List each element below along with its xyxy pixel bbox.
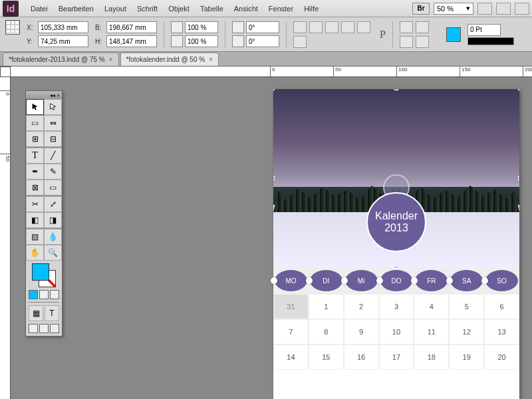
calendar-grid: 311234567891011121314151617181920 (273, 294, 519, 370)
day-fr: FR (415, 270, 448, 291)
app-logo: Id (3, 1, 19, 17)
menu-schrift[interactable]: Schrift (132, 2, 163, 15)
calendar-cell: 2 (344, 294, 379, 319)
calendar-cell: 15 (309, 344, 344, 370)
workspace-icon[interactable] (515, 3, 529, 15)
zoom-tool[interactable]: 🔍 (44, 245, 62, 261)
title-badge[interactable]: Kalender 2013 (366, 192, 426, 252)
menu-ansicht[interactable]: Ansicht (229, 2, 263, 15)
line-tool[interactable]: ╱ (44, 148, 62, 164)
rectangle-tool[interactable]: ▭ (44, 180, 62, 196)
scale-x-input[interactable] (185, 21, 218, 33)
canvas[interactable]: ◂◂ × ▭ ⇔ ⊞ ⊟ T ╱ ✒ ✎ ⊠ ▭ ✂ ⤢ ◧ ◨ (11, 77, 532, 399)
menu-layout[interactable]: Layout (99, 2, 132, 15)
fill-stroke-swatch[interactable] (32, 263, 56, 287)
selection-tool[interactable] (26, 99, 44, 115)
menu-fenster[interactable]: Fenster (263, 2, 299, 15)
menu-datei[interactable]: Datei (25, 2, 53, 15)
doc-tab-1[interactable]: *fotokalender.indd @ 50 %× (120, 53, 219, 66)
hand-tool[interactable]: ✋ (26, 245, 44, 261)
flip-h-icon[interactable] (325, 21, 338, 33)
rotate-icon (232, 21, 244, 33)
day-do: DO (380, 270, 413, 291)
view-mode-3-icon[interactable] (50, 324, 59, 333)
workspace: 0 50 100 150 200 0 50 ◂◂ × ▭ ⇔ ⊞ ⊟ T ╱ ✒… (0, 66, 532, 399)
zoom-level[interactable]: 50 %▾ (434, 3, 473, 15)
doc-tab-0[interactable]: *fotokalender-2013.indd @ 75 %× (3, 53, 119, 66)
x-input[interactable] (38, 21, 88, 33)
fill-frame-icon[interactable] (416, 36, 429, 48)
calendar-cell: 17 (379, 344, 414, 370)
gradient-swatch-tool[interactable]: ◧ (26, 212, 44, 228)
pen-tool[interactable]: ✒ (26, 164, 44, 180)
w-input[interactable] (106, 21, 157, 33)
y-label: Y: (27, 38, 36, 45)
fill-color[interactable] (32, 263, 49, 281)
calendar-cell: 9 (344, 319, 379, 344)
eyedropper-tool[interactable]: 💧 (44, 229, 62, 245)
menu-bar: Id Datei Bearbeiten Layout Schrift Objek… (0, 0, 532, 17)
select-content-icon[interactable] (293, 36, 307, 48)
rotate-input[interactable] (246, 21, 279, 33)
document-page[interactable]: Kalender 2013 MO DI Mi DO (273, 89, 519, 399)
view-mode-1-icon[interactable] (29, 324, 38, 333)
flip-v-icon[interactable] (341, 21, 354, 33)
x-label: X: (27, 24, 36, 31)
fill-swatch[interactable] (446, 27, 461, 42)
shear-icon (232, 35, 244, 47)
arrange-icon[interactable] (496, 3, 511, 15)
scissors-tool[interactable]: ✂ (26, 196, 44, 212)
normal-view-icon[interactable]: ▦ (29, 305, 43, 321)
content-placer-tool[interactable]: ⊟ (44, 131, 62, 147)
note-tool[interactable]: ▤ (26, 229, 44, 245)
rotate-ccw-icon[interactable] (309, 21, 323, 33)
select-container-icon[interactable] (357, 21, 370, 33)
fit-content-icon[interactable] (400, 21, 413, 33)
h-input[interactable] (106, 35, 157, 47)
rotate-cw-icon[interactable] (293, 21, 307, 33)
close-icon[interactable]: × (109, 56, 113, 63)
page-tool[interactable]: ▭ (26, 115, 44, 131)
photo-frame[interactable]: Kalender 2013 (273, 89, 519, 267)
menu-tabelle[interactable]: Tabelle (195, 2, 229, 15)
screen-mode-icon[interactable] (477, 3, 492, 15)
apply-gradient-icon[interactable] (39, 290, 49, 299)
center-icon[interactable] (400, 36, 413, 48)
direct-selection-tool[interactable] (44, 99, 62, 115)
type-tool[interactable]: T (26, 148, 44, 164)
fit-frame-icon[interactable] (416, 21, 429, 33)
gap-tool[interactable]: ⇔ (44, 115, 62, 131)
tools-panel: ◂◂ × ▭ ⇔ ⊞ ⊟ T ╱ ✒ ✎ ⊠ ▭ ✂ ⤢ ◧ ◨ (25, 90, 63, 336)
rectangle-frame-tool[interactable]: ⊠ (26, 180, 44, 196)
apply-none-icon[interactable] (50, 290, 59, 299)
panel-collapse-icon[interactable]: ◂◂ × (26, 91, 62, 99)
view-mode-2-icon[interactable] (39, 324, 49, 333)
weekday-header: MO DI Mi DO FR SA SO (273, 267, 519, 294)
y-input[interactable] (38, 35, 88, 47)
free-transform-tool[interactable]: ⤢ (44, 196, 62, 212)
apply-color-icon[interactable] (29, 290, 38, 299)
ruler-origin[interactable] (0, 66, 11, 77)
menu-hilfe[interactable]: Hilfe (299, 2, 324, 15)
bridge-button[interactable]: Br (412, 3, 430, 15)
calendar-cell: 20 (484, 344, 519, 370)
content-collector-tool[interactable]: ⊞ (26, 131, 44, 147)
close-icon[interactable]: × (209, 56, 213, 63)
preview-view-icon[interactable]: T (45, 305, 59, 321)
paragraph-icon[interactable]: P (380, 29, 386, 41)
stroke-weight-input[interactable] (467, 24, 501, 36)
stroke-style[interactable] (467, 37, 514, 45)
ruler-vertical[interactable]: 0 50 (0, 77, 11, 399)
calendar-cell: 5 (449, 294, 484, 319)
shear-input[interactable] (246, 35, 279, 47)
menu-objekt[interactable]: Objekt (163, 2, 195, 15)
scale-y-icon (171, 35, 183, 47)
menu-bearbeiten[interactable]: Bearbeiten (53, 2, 99, 15)
scale-y-input[interactable] (185, 35, 218, 47)
pencil-tool[interactable]: ✎ (44, 164, 62, 180)
h-label: H: (95, 38, 104, 45)
gradient-feather-tool[interactable]: ◨ (44, 212, 62, 228)
ruler-horizontal[interactable]: 0 50 100 150 200 (11, 66, 532, 77)
calendar-cell: 7 (273, 319, 309, 344)
reference-point[interactable] (5, 20, 20, 49)
